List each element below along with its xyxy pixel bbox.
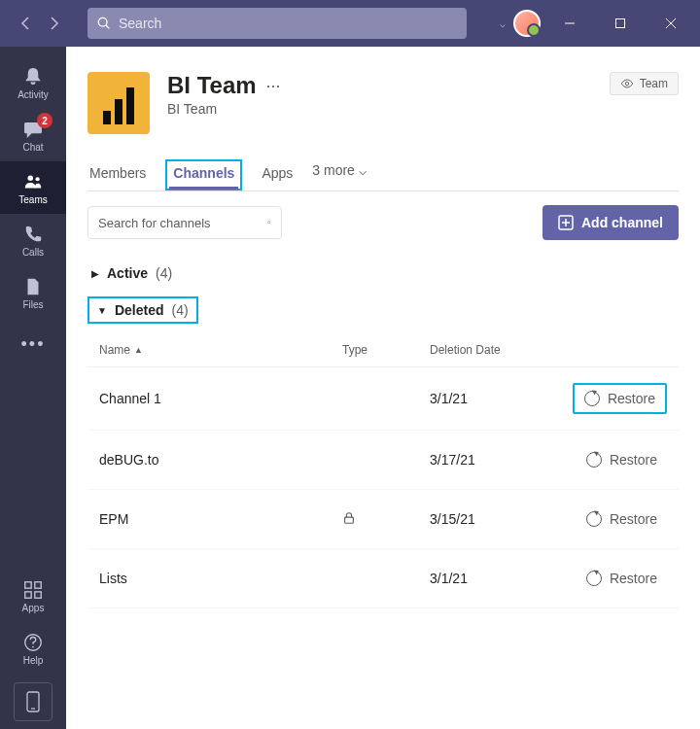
file-icon	[22, 276, 44, 297]
titlebar: ⌵	[0, 0, 700, 47]
tab-channels[interactable]: Channels	[165, 159, 242, 191]
forward-button[interactable]	[41, 10, 68, 37]
chevron-down-icon: ⌵	[359, 162, 367, 178]
restore-label: Restore	[610, 452, 657, 468]
restore-label: Restore	[610, 511, 657, 527]
sidebar-item-label: Activity	[18, 89, 49, 100]
channel-search[interactable]	[88, 206, 282, 239]
apps-icon	[22, 579, 44, 601]
svg-point-6	[28, 175, 34, 181]
app-rail: Activity 2 Chat Teams Calls Files ••• Ap…	[0, 47, 66, 729]
nav-arrows	[8, 10, 72, 37]
cell-name: deBUG.to	[99, 452, 342, 468]
team-more-button[interactable]: ···	[266, 76, 281, 96]
tabs-more-label: 3 more	[312, 162, 355, 178]
svg-rect-11	[35, 591, 41, 597]
cell-type	[342, 511, 430, 528]
search-icon	[97, 17, 111, 30]
sidebar-item-label: Help	[23, 655, 44, 666]
bell-icon	[22, 66, 44, 87]
restore-button[interactable]: Restore	[577, 505, 667, 533]
teams-icon	[22, 171, 44, 192]
arrow-down-icon: ▼	[97, 305, 107, 316]
svg-point-13	[32, 645, 34, 647]
arrow-right-icon: ▶	[91, 268, 99, 279]
sidebar-item-chat[interactable]: 2 Chat	[0, 109, 66, 161]
sidebar-mobile-button[interactable]	[14, 682, 52, 721]
restore-button[interactable]: Restore	[573, 383, 667, 414]
svg-rect-8	[25, 581, 31, 587]
section-label: Active	[107, 265, 148, 281]
svg-rect-9	[35, 581, 41, 587]
col-date-header[interactable]: Deletion Date	[430, 343, 546, 357]
sidebar-item-label: Apps	[22, 603, 45, 613]
tab-members[interactable]: Members	[88, 159, 148, 191]
svg-rect-3	[616, 19, 625, 28]
team-title: BI Team	[167, 72, 257, 99]
cell-name: EPM	[99, 511, 342, 527]
team-visibility-label: Team	[640, 77, 668, 90]
cell-name: Channel 1	[99, 391, 342, 406]
restore-icon	[586, 511, 602, 527]
sidebar-item-apps[interactable]: Apps	[0, 570, 66, 622]
sidebar-item-label: Chat	[22, 142, 43, 153]
sidebar-more[interactable]: •••	[0, 325, 66, 364]
col-name-header[interactable]: Name▲	[99, 343, 342, 357]
search-icon	[267, 216, 271, 229]
add-channel-button[interactable]: Add channel	[542, 205, 679, 240]
channels-toolbar: Add channel	[88, 205, 679, 240]
help-icon	[22, 632, 44, 653]
eye-icon	[620, 77, 634, 90]
chevron-down-icon[interactable]: ⌵	[500, 18, 506, 29]
global-search-input[interactable]	[119, 16, 457, 31]
sidebar-item-help[interactable]: Help	[0, 622, 66, 675]
section-deleted-header[interactable]: ▼ Deleted (4)	[88, 296, 198, 324]
close-button[interactable]	[649, 8, 692, 39]
tabs-more[interactable]: 3 more ⌵	[312, 162, 367, 188]
channel-search-input[interactable]	[98, 216, 262, 230]
sidebar-item-teams[interactable]: Teams	[0, 161, 66, 214]
sidebar-item-calls[interactable]: Calls	[0, 214, 66, 266]
team-avatar	[88, 72, 150, 134]
user-avatar[interactable]	[513, 10, 541, 37]
sidebar-item-label: Files	[22, 299, 43, 310]
sidebar-item-activity[interactable]: Activity	[0, 56, 66, 109]
col-type-header[interactable]: Type	[342, 343, 430, 357]
mobile-icon	[25, 691, 41, 712]
restore-icon	[586, 452, 602, 468]
team-subtitle: BI Team	[167, 101, 281, 117]
minimize-button[interactable]	[548, 8, 591, 39]
section-active: ▶ Active (4)	[88, 260, 679, 287]
table-row: Lists3/1/21Restore	[88, 549, 679, 608]
section-active-header[interactable]: ▶ Active (4)	[88, 260, 679, 287]
svg-point-17	[267, 221, 270, 224]
table-header: Name▲ Type Deletion Date	[88, 331, 679, 367]
restore-button[interactable]: Restore	[577, 446, 667, 473]
main-content: BI Team ··· BI Team Team Members Channel…	[66, 47, 700, 729]
cell-date: 3/15/21	[430, 511, 546, 527]
maximize-button[interactable]	[599, 8, 642, 39]
tab-apps[interactable]: Apps	[260, 159, 295, 191]
section-count: (4)	[156, 265, 172, 281]
tabs: Members Channels Apps 3 more ⌵	[88, 159, 679, 191]
svg-point-16	[625, 82, 629, 86]
sidebar-item-files[interactable]: Files	[0, 266, 66, 319]
team-visibility-button[interactable]: Team	[610, 72, 679, 95]
sort-asc-icon: ▲	[134, 345, 143, 355]
restore-label: Restore	[610, 571, 657, 586]
svg-rect-10	[25, 591, 31, 597]
svg-line-18	[270, 224, 271, 225]
svg-rect-22	[345, 517, 354, 523]
add-icon	[558, 215, 574, 230]
back-button[interactable]	[12, 10, 39, 37]
section-deleted: ▼ Deleted (4) Name▲ Type Deletion Date C…	[88, 296, 679, 608]
team-header: BI Team ··· BI Team Team	[88, 72, 679, 134]
restore-icon	[584, 391, 600, 406]
add-channel-label: Add channel	[581, 215, 663, 230]
lock-icon	[342, 511, 356, 525]
restore-button[interactable]: Restore	[577, 565, 667, 592]
svg-point-7	[35, 177, 39, 181]
cell-date: 3/1/21	[430, 391, 546, 406]
section-label: Deleted	[115, 302, 164, 318]
global-search[interactable]	[88, 8, 467, 39]
